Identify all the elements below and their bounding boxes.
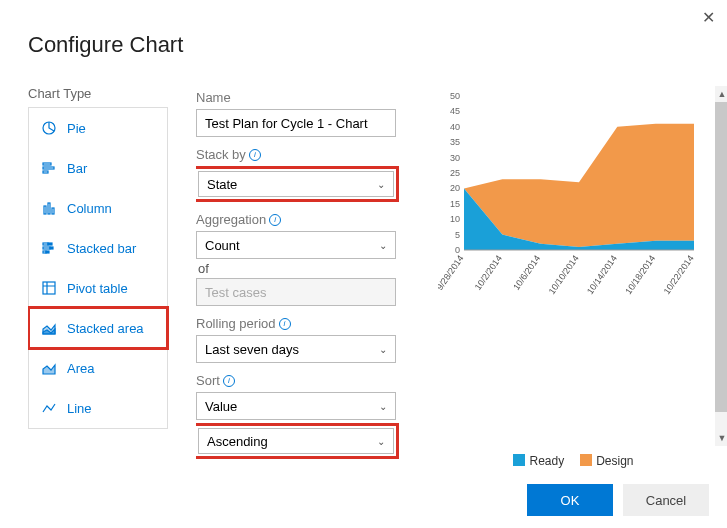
preview-panel: 051015202530354045509/28/201410/2/201410…: [438, 86, 709, 468]
svg-text:25: 25: [450, 168, 460, 178]
cancel-button[interactable]: Cancel: [623, 484, 709, 516]
chart-type-label: Line: [67, 401, 92, 416]
svg-text:10/6/2014: 10/6/2014: [511, 253, 542, 292]
chevron-down-icon: ⌄: [379, 401, 387, 412]
svg-rect-12: [46, 251, 49, 253]
svg-text:50: 50: [450, 91, 460, 101]
svg-text:10/18/2014: 10/18/2014: [623, 253, 657, 296]
chart-type-label: Stacked area: [67, 321, 144, 336]
chart-type-pivot[interactable]: Pivot table: [29, 268, 167, 308]
chart-type-label: Chart Type: [28, 86, 168, 101]
info-icon[interactable]: i: [223, 375, 235, 387]
configure-chart-dialog: ✕ Configure Chart Chart Type PieBarColum…: [0, 0, 727, 528]
stackedarea-icon: [41, 320, 57, 336]
chevron-down-icon: ⌄: [377, 179, 385, 190]
svg-text:45: 45: [450, 106, 460, 116]
chart-type-stackedbar[interactable]: Stacked bar: [29, 228, 167, 268]
name-input[interactable]: Test Plan for Cycle 1 - Chart: [196, 109, 396, 137]
of-label: of: [198, 261, 410, 276]
svg-rect-4: [44, 206, 46, 214]
svg-rect-8: [48, 243, 52, 245]
svg-rect-9: [43, 247, 50, 249]
info-icon[interactable]: i: [249, 149, 261, 161]
svg-text:15: 15: [450, 199, 460, 209]
scroll-down-icon[interactable]: ▼: [715, 430, 727, 446]
rolling-select[interactable]: Last seven days⌄: [196, 335, 396, 363]
chart-type-column[interactable]: Column: [29, 188, 167, 228]
sort-order-select[interactable]: Ascending⌄: [198, 428, 394, 454]
svg-text:35: 35: [450, 137, 460, 147]
legend-ready: Ready: [513, 454, 564, 468]
chart-type-label: Bar: [67, 161, 87, 176]
dialog-footer: OK Cancel: [28, 468, 709, 516]
chevron-down-icon: ⌄: [377, 436, 385, 447]
svg-rect-5: [48, 203, 50, 214]
svg-rect-1: [43, 163, 51, 165]
chart-type-bar[interactable]: Bar: [29, 148, 167, 188]
aggregation-label: Aggregationi: [196, 212, 410, 227]
stackby-label: Stack byi: [196, 147, 410, 162]
pivot-icon: [41, 280, 57, 296]
svg-rect-2: [43, 167, 54, 169]
chart-preview: 051015202530354045509/28/201410/2/201410…: [438, 86, 709, 448]
form-panel: Name Test Plan for Cycle 1 - Chart Stack…: [196, 86, 410, 468]
chevron-down-icon: ⌄: [379, 344, 387, 355]
chart-type-pie[interactable]: Pie: [29, 108, 167, 148]
chart-legend: Ready Design: [438, 454, 709, 468]
svg-text:40: 40: [450, 122, 460, 132]
dialog-body: Chart Type PieBarColumnStacked barPivot …: [28, 86, 709, 468]
svg-rect-13: [43, 282, 55, 294]
svg-text:5: 5: [455, 230, 460, 240]
stackby-select[interactable]: State⌄: [198, 171, 394, 197]
scroll-thumb[interactable]: [715, 102, 727, 412]
sort-label: Sorti: [196, 373, 410, 388]
chart-type-panel: Chart Type PieBarColumnStacked barPivot …: [28, 86, 168, 468]
svg-rect-10: [50, 247, 53, 249]
chevron-down-icon: ⌄: [379, 240, 387, 251]
info-icon[interactable]: i: [269, 214, 281, 226]
of-select: Test cases: [196, 278, 396, 306]
svg-rect-3: [43, 171, 48, 173]
svg-text:10/22/2014: 10/22/2014: [662, 253, 696, 296]
legend-design: Design: [580, 454, 633, 468]
chart-type-label: Area: [67, 361, 94, 376]
close-icon[interactable]: ✕: [702, 8, 715, 27]
chart-type-label: Column: [67, 201, 112, 216]
svg-text:10: 10: [450, 214, 460, 224]
stackedbar-icon: [41, 240, 57, 256]
svg-rect-6: [52, 208, 54, 214]
chart-type-area[interactable]: Area: [29, 348, 167, 388]
stacked-area-chart: 051015202530354045509/28/201410/2/201410…: [438, 86, 698, 306]
ok-button[interactable]: OK: [527, 484, 613, 516]
aggregation-select[interactable]: Count⌄: [196, 231, 396, 259]
chart-type-stackedarea[interactable]: Stacked area: [29, 308, 167, 348]
svg-text:30: 30: [450, 153, 460, 163]
svg-text:9/28/2014: 9/28/2014: [438, 253, 466, 292]
chart-type-label: Pie: [67, 121, 86, 136]
svg-text:10/14/2014: 10/14/2014: [585, 253, 619, 296]
line-icon: [41, 400, 57, 416]
svg-text:20: 20: [450, 183, 460, 193]
name-label: Name: [196, 90, 410, 105]
bar-icon: [41, 160, 57, 176]
svg-rect-7: [43, 243, 48, 245]
chart-type-list: PieBarColumnStacked barPivot tableStacke…: [28, 107, 168, 429]
svg-text:10/2/2014: 10/2/2014: [473, 253, 504, 292]
chart-type-label: Stacked bar: [67, 241, 136, 256]
column-icon: [41, 200, 57, 216]
chart-type-label: Pivot table: [67, 281, 128, 296]
dialog-title: Configure Chart: [28, 32, 709, 58]
rolling-label: Rolling periodi: [196, 316, 410, 331]
pie-icon: [41, 120, 57, 136]
scrollbar[interactable]: ▲ ▼: [715, 86, 727, 446]
chart-type-line[interactable]: Line: [29, 388, 167, 428]
svg-text:10/10/2014: 10/10/2014: [547, 253, 581, 296]
area-icon: [41, 360, 57, 376]
info-icon[interactable]: i: [279, 318, 291, 330]
sort-value-select[interactable]: Value⌄: [196, 392, 396, 420]
scroll-up-icon[interactable]: ▲: [715, 86, 727, 102]
